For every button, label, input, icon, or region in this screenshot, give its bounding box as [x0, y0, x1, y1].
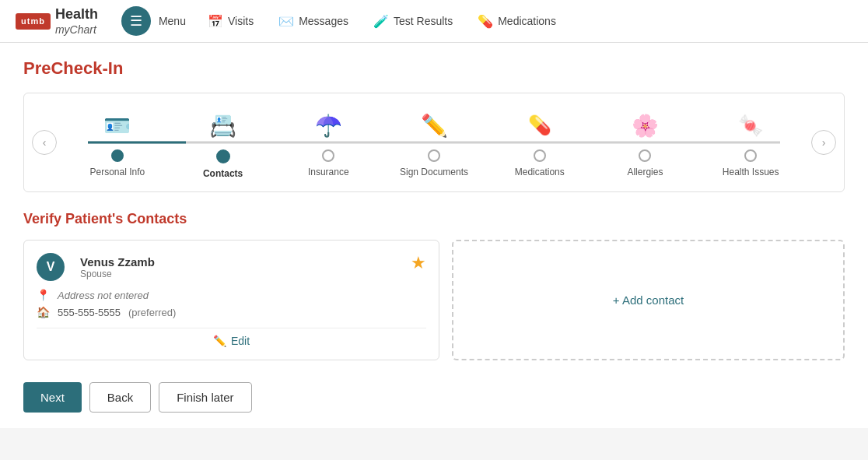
insurance-dot: [322, 149, 334, 162]
edit-icon: ✏️: [213, 335, 226, 347]
contact-phone-note: (preferred): [128, 307, 176, 318]
contact-address: Address not entered: [58, 290, 149, 301]
phone-icon: 🏠: [37, 306, 50, 318]
test-results-icon: 🧪: [373, 14, 389, 29]
allergies-dot: [639, 149, 651, 162]
nav-item-visits[interactable]: 📅 Visits: [197, 9, 264, 33]
personal-info-dot: [111, 149, 124, 162]
step-health-issues[interactable]: 🍬 Health Issues: [698, 106, 803, 179]
step-medications[interactable]: 💊 Medications: [487, 106, 593, 179]
allergies-icon: 🌸: [625, 106, 664, 145]
action-bar: Next Back Finish later: [23, 379, 845, 413]
contacts-dot: [216, 149, 230, 163]
step-allergies[interactable]: 🌸 Allergies: [593, 106, 698, 179]
contacts-icon: 📇: [204, 106, 243, 145]
main-content: PreCheck-In ‹ 🪪 Personal Info 📇 Contacts: [0, 43, 868, 428]
contact-info: Venus Zzamb Spouse: [80, 255, 155, 279]
messages-icon: ✉️: [278, 14, 294, 29]
nav-item-messages[interactable]: ✉️ Messages: [268, 9, 359, 33]
step-insurance[interactable]: ☂️ Insurance: [275, 106, 381, 179]
edit-label: Edit: [231, 335, 250, 347]
nav-messages-label: Messages: [299, 15, 348, 27]
allergies-label: Allergies: [627, 167, 663, 177]
personal-info-icon: 🪪: [98, 106, 137, 145]
contacts-area: V Venus Zzamb Spouse ★ 📍 Address not ent…: [23, 240, 845, 360]
nav-item-test-results[interactable]: 🧪 Test Results: [362, 9, 464, 33]
menu-button[interactable]: ☰: [121, 6, 151, 36]
medications-label: Medications: [515, 167, 565, 177]
step-contacts[interactable]: 📇 Contacts: [170, 106, 276, 179]
health-issues-label: Health Issues: [723, 167, 779, 177]
star-icon: ★: [411, 253, 426, 273]
page-title: PreCheck-In: [23, 58, 845, 79]
contacts-label: Contacts: [203, 168, 243, 179]
logo-mychart: myChart: [55, 23, 98, 37]
stepper-next[interactable]: ›: [811, 130, 836, 155]
nav-item-medications[interactable]: 💊 Medications: [467, 9, 567, 33]
health-issues-icon: 🍬: [731, 106, 770, 145]
stepper-prev[interactable]: ‹: [32, 130, 57, 155]
back-button[interactable]: Back: [89, 382, 151, 413]
nav-visits-label: Visits: [228, 15, 254, 27]
visits-icon: 📅: [208, 14, 223, 29]
sign-documents-icon: ✏️: [415, 106, 453, 145]
logo-health: Health: [55, 6, 98, 23]
logo-text: Health myChart: [55, 6, 98, 36]
medications-nav-icon: 💊: [478, 14, 493, 29]
contact-header: V Venus Zzamb Spouse ★: [37, 253, 426, 281]
contact-details: 📍 Address not entered 🏠 555-555-5555 (pr…: [37, 289, 426, 318]
stepper: ‹ 🪪 Personal Info 📇 Contacts: [23, 93, 845, 192]
section-title: Verify Patient's Contacts: [23, 211, 845, 227]
insurance-icon: ☂️: [309, 106, 348, 145]
insurance-label: Insurance: [308, 167, 349, 177]
medications-step-icon: 💊: [520, 106, 559, 145]
contact-phone-row: 🏠 555-555-5555 (preferred): [37, 306, 426, 318]
contact-avatar: V: [37, 253, 65, 281]
sign-documents-dot: [428, 149, 440, 162]
edit-button[interactable]: ✏️ Edit: [37, 328, 426, 347]
health-issues-dot: [744, 149, 757, 162]
step-sign-documents[interactable]: ✏️ Sign Documents: [381, 106, 487, 179]
stepper-inner: 🪪 Personal Info 📇 Contacts ☂️ Insurance: [57, 106, 811, 179]
medications-dot: [534, 149, 546, 162]
next-button[interactable]: Next: [23, 382, 82, 413]
contact-name: Venus Zzamb: [80, 255, 155, 269]
sign-documents-label: Sign Documents: [400, 167, 468, 177]
menu-label[interactable]: Menu: [159, 15, 186, 27]
steps: 🪪 Personal Info 📇 Contacts ☂️ Insurance: [65, 106, 803, 179]
contact-name-area: V Venus Zzamb Spouse: [37, 253, 155, 281]
location-icon: 📍: [37, 289, 50, 301]
personal-info-label: Personal Info: [90, 167, 145, 177]
contact-relation: Spouse: [80, 269, 155, 279]
nav-medications-label: Medications: [498, 15, 556, 27]
contact-address-row: 📍 Address not entered: [37, 289, 426, 301]
add-contact-label: + Add contact: [613, 293, 684, 307]
step-personal-info[interactable]: 🪪 Personal Info: [65, 106, 170, 179]
add-contact-card[interactable]: + Add contact: [452, 240, 845, 360]
nav-items: 📅 Visits ✉️ Messages 🧪 Test Results 💊 Me…: [197, 9, 567, 33]
contact-card: V Venus Zzamb Spouse ★ 📍 Address not ent…: [23, 240, 439, 360]
contact-phone: 555-555-5555: [58, 307, 121, 318]
top-bar: utmb Health myChart ☰ Menu 📅 Visits ✉️ M…: [0, 0, 868, 43]
logo-abbr: utmb: [16, 13, 51, 30]
nav-test-results-label: Test Results: [394, 15, 453, 27]
finish-later-button[interactable]: Finish later: [159, 382, 251, 413]
logo: utmb Health myChart: [16, 6, 98, 36]
